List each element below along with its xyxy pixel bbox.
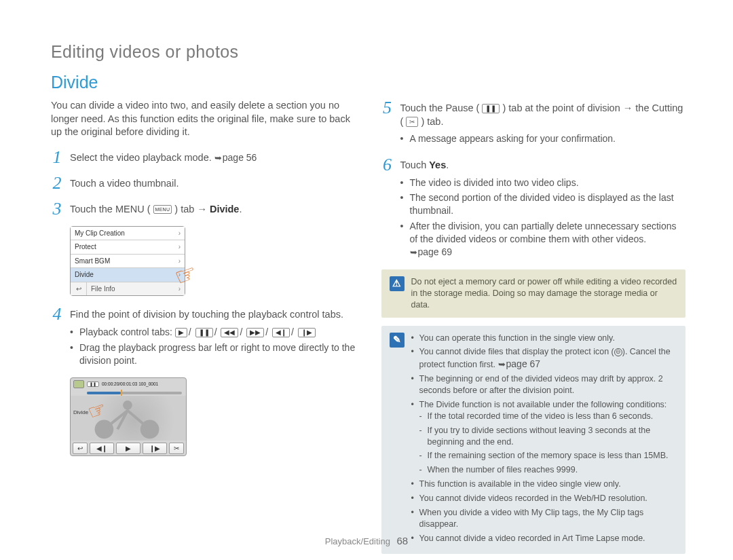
info-note: ✎ You can operate this function in the s… xyxy=(381,326,686,554)
info-icon: ✎ xyxy=(390,333,405,348)
video-screenshot: ❚❚ 00:00:20/00:01:03 100_0001 Divide ☞ ↩… xyxy=(70,377,187,456)
info-item: The Divide function is not available und… xyxy=(411,399,678,476)
warning-note: ⚠ Do not eject a memory card or power of… xyxy=(381,269,686,318)
step-5-mid2: ) tab. xyxy=(421,116,443,127)
frame-back-icon: ◀❙ xyxy=(272,328,290,337)
playback-controls: ↩ ◀❙ ▶ ❙▶ ✂ xyxy=(73,443,184,454)
footer-section: Playback/Editing xyxy=(325,536,390,546)
menu-item: Smart BGM› xyxy=(71,255,185,269)
left-column: You can divide a video into two, and eas… xyxy=(51,99,356,554)
step-5-bullet: A message appears asking for your confir… xyxy=(400,132,686,145)
scissors-icon: ✂ xyxy=(406,117,418,128)
step-5: 5 Touch the Pause ( ❚❚ ) tab at the poin… xyxy=(381,99,686,148)
menu-tab-icon: MENU xyxy=(153,205,172,214)
step-number: 2 xyxy=(51,174,63,192)
protect-icon xyxy=(614,348,622,356)
chevron-right-icon: › xyxy=(178,257,181,266)
menu-item-selected: Divide› xyxy=(71,268,185,282)
right-column: 5 Touch the Pause ( ❚❚ ) tab at the poin… xyxy=(381,99,686,554)
timecode: 00:00:20/00:01:03 100_0001 xyxy=(102,381,158,388)
step-4-text: Find the point of division by touching t… xyxy=(70,309,343,320)
page-footer: Playback/Editing 68 xyxy=(0,535,733,546)
info-subitem: If the remaining section of the memory s… xyxy=(419,450,678,462)
chevron-right-icon: › xyxy=(178,270,181,280)
step-number: 4 xyxy=(51,305,63,323)
info-item: You can operate this function in the sin… xyxy=(411,333,678,344)
fast-forward-icon: ▶▶ xyxy=(246,328,264,337)
page-ref: page 69 xyxy=(410,246,453,257)
back-icon: ↩ xyxy=(71,282,87,296)
thumbnail-icon xyxy=(73,380,84,388)
chevron-right-icon: › xyxy=(178,229,181,238)
intro-text: You can divide a video into two, and eas… xyxy=(51,99,356,139)
step-2-text: Touch a video thumbnail. xyxy=(70,174,356,191)
page-ref: page 67 xyxy=(498,358,541,369)
svg-point-2 xyxy=(123,400,132,410)
info-subitem: When the number of files reaches 9999. xyxy=(419,464,678,476)
section-title: Divide xyxy=(51,73,685,92)
play-icon: ▶ xyxy=(175,328,187,337)
step-6-pre: Touch xyxy=(400,160,430,170)
info-list: You can operate this function in the sin… xyxy=(411,333,678,547)
warning-icon: ⚠ xyxy=(390,276,405,291)
step-6-bold: Yes xyxy=(429,160,446,170)
step-3-bold: Divide xyxy=(210,204,240,214)
step-number: 6 xyxy=(381,156,394,174)
two-column-layout: You can divide a video into two, and eas… xyxy=(51,99,685,554)
info-item: When you divide a video with My Clip tag… xyxy=(411,507,678,530)
rewind-icon: ◀◀ xyxy=(221,328,238,337)
info-item: You cannot divide videos recorded in the… xyxy=(411,493,678,504)
menu-screenshot: My Clip Creation› Protect› Smart BGM› Di… xyxy=(70,226,185,297)
step-6-bullet-2: The second portion of the divided video … xyxy=(400,191,686,217)
chevron-right-icon: › xyxy=(178,284,181,294)
page-title: Editing videos or photos xyxy=(51,42,685,62)
step-6-bullet-1: The video is divided into two video clip… xyxy=(400,176,686,189)
page-number: 68 xyxy=(397,535,409,546)
pause-icon: ❚❚ xyxy=(87,381,99,387)
menu-footer: ↩ File Info› xyxy=(71,282,185,296)
step-number: 1 xyxy=(51,149,63,166)
step-3: 3 Touch the MENU ( MENU ) tab → Divide. xyxy=(51,200,356,218)
step-1-text: Select the video playback mode. xyxy=(70,152,214,163)
step-4-bullet-1: Playback control tabs: ▶/ ❚❚/ ◀◀/ ▶▶/ ◀❙… xyxy=(70,326,356,339)
step-1: 1 Select the video playback mode. page 5… xyxy=(51,149,356,166)
frame-back-icon: ◀❙ xyxy=(90,443,114,454)
step-4: 4 Find the point of division by touching… xyxy=(51,305,356,369)
frame-forward-icon: ❙▶ xyxy=(298,328,316,337)
step-3-mid: ) tab → xyxy=(174,204,210,214)
scissors-icon: ✂ xyxy=(169,443,184,454)
divide-label: Divide xyxy=(73,409,88,417)
page-ref: page 56 xyxy=(214,152,257,163)
step-number: 3 xyxy=(51,200,63,218)
back-icon: ↩ xyxy=(73,443,88,454)
step-5-pre: Touch the Pause ( xyxy=(400,102,480,113)
chevron-right-icon: › xyxy=(178,242,181,252)
info-subitem: If you try to divide sections without le… xyxy=(419,425,678,448)
info-subitem: If the total recorded time of the video … xyxy=(419,411,678,422)
play-icon: ▶ xyxy=(116,443,140,454)
menu-item: Protect› xyxy=(71,240,185,255)
step-6-post: . xyxy=(446,160,449,170)
pause-icon: ❚❚ xyxy=(482,104,500,113)
step-number: 5 xyxy=(381,99,394,117)
step-3-post: . xyxy=(239,204,242,214)
step-2: 2 Touch a video thumbnail. xyxy=(51,174,356,192)
menu-item: My Clip Creation› xyxy=(71,227,185,241)
info-item: You cannot divide files that display the… xyxy=(411,346,678,371)
step-3-pre: Touch the MENU ( xyxy=(70,204,150,214)
step-4-bullet-2: Drag the playback progress bar left or r… xyxy=(70,341,356,367)
warning-text: Do not eject a memory card or power off … xyxy=(411,276,678,311)
info-item: This function is available in the video … xyxy=(411,479,678,490)
step-6: 6 Touch Yes. The video is divided into t… xyxy=(381,156,686,261)
info-item: The beginning or end of the divided vide… xyxy=(411,373,678,396)
step-6-bullet-3: After the division, you can partially de… xyxy=(400,220,686,259)
frame-forward-icon: ❙▶ xyxy=(143,443,167,454)
pause-icon: ❚❚ xyxy=(195,328,213,337)
